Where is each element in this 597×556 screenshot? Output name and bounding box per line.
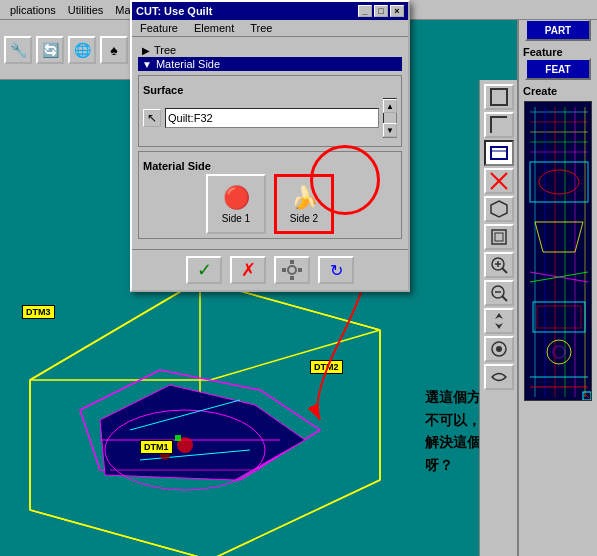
svg-rect-20 bbox=[175, 435, 181, 441]
dtm2-label: DTM2 bbox=[310, 360, 343, 374]
tree-arrow-expand: ▶ bbox=[142, 45, 150, 56]
view-icon bbox=[489, 339, 509, 359]
side2-button[interactable]: 🍌 Side 2 bbox=[274, 174, 334, 234]
layer-icon bbox=[489, 143, 509, 163]
ok-button[interactable]: ✓ bbox=[186, 256, 222, 284]
svg-rect-33 bbox=[492, 230, 506, 244]
dtm1-label: DTM1 bbox=[140, 440, 173, 454]
preview-button[interactable]: ↻ bbox=[318, 256, 354, 284]
svg-point-25 bbox=[288, 266, 296, 274]
cube-icon bbox=[489, 199, 509, 219]
toolbar-btn-1[interactable]: 🔧 bbox=[4, 36, 32, 64]
side2-label: Side 2 bbox=[290, 213, 318, 224]
material-side-label: Material Side bbox=[143, 160, 397, 172]
tree-arrow-collapse: ▼ bbox=[142, 59, 152, 70]
zoom-in-btn[interactable] bbox=[484, 252, 514, 278]
menu-element[interactable]: Element bbox=[190, 22, 238, 34]
extra-btn[interactable] bbox=[484, 364, 514, 390]
svg-point-44 bbox=[496, 346, 502, 352]
material-side-buttons: 🔴 Side 1 🍌 Side 2 bbox=[143, 174, 397, 234]
pan-btn[interactable] bbox=[484, 308, 514, 334]
svg-line-40 bbox=[502, 296, 507, 301]
svg-rect-27 bbox=[491, 89, 507, 105]
svg-marker-32 bbox=[491, 201, 507, 217]
svg-marker-42 bbox=[495, 313, 503, 329]
side2-icon: 🍌 bbox=[291, 185, 318, 211]
svg-rect-22 bbox=[290, 276, 294, 280]
surface-label: Surface bbox=[143, 84, 397, 96]
surface-section: Surface ↖ ▲ ▼ bbox=[138, 75, 402, 147]
box-icon bbox=[489, 227, 509, 247]
right-panel: Menu Ma PART Feature FEAT Create bbox=[517, 0, 597, 556]
icon-btn-5[interactable] bbox=[484, 196, 514, 222]
icon-btn-1[interactable] bbox=[484, 84, 514, 110]
create-label: Create bbox=[519, 85, 557, 97]
icon-btn-4[interactable] bbox=[484, 168, 514, 194]
x-icon bbox=[489, 171, 509, 191]
scroll-down-btn[interactable]: ▼ bbox=[383, 123, 397, 137]
icon-btn-3[interactable] bbox=[484, 140, 514, 166]
tree-row-material-side[interactable]: ▼ Material Side bbox=[138, 57, 402, 71]
pan-icon bbox=[489, 311, 509, 331]
right-icons-panel bbox=[479, 80, 517, 556]
dialog-menubar: Feature Element Tree bbox=[132, 20, 408, 37]
cancel-button[interactable]: ✗ bbox=[230, 256, 266, 284]
feature-label: Feature bbox=[519, 46, 563, 58]
material-side-section: Material Side 🔴 Side 1 🍌 Side 2 bbox=[138, 151, 402, 239]
svg-rect-24 bbox=[298, 268, 302, 272]
scrollbar-v[interactable]: ▲ ▼ bbox=[383, 98, 397, 138]
zoom-in-icon bbox=[489, 255, 509, 275]
close-button[interactable]: × bbox=[390, 5, 404, 17]
rect-icon bbox=[489, 87, 509, 107]
dialog-body: ▶ Tree ▼ Material Side Surface ↖ ▲ ▼ Mat bbox=[132, 37, 408, 249]
zoom-out-icon bbox=[489, 283, 509, 303]
feat-button[interactable]: FEAT bbox=[525, 58, 591, 80]
options-button[interactable] bbox=[274, 256, 310, 284]
corner-icon bbox=[489, 115, 509, 135]
side1-label: Side 1 bbox=[222, 213, 250, 224]
svg-rect-23 bbox=[282, 268, 286, 272]
scroll-up-btn[interactable]: ▲ bbox=[383, 99, 397, 113]
menu-item-applications[interactable]: plications bbox=[4, 4, 62, 16]
minimize-button[interactable]: _ bbox=[358, 5, 372, 17]
zoom-out-btn[interactable] bbox=[484, 280, 514, 306]
dialog-cut-use-quilt: CUT: Use Quilt _ □ × Feature Element Tre… bbox=[130, 0, 410, 292]
cad-view bbox=[524, 101, 592, 401]
toolbar-btn-2[interactable]: 🔄 bbox=[36, 36, 64, 64]
left-toolbar: 🔧 🔄 🌐 ♠ bbox=[0, 20, 140, 80]
dtm3-label: DTM3 bbox=[22, 305, 55, 319]
dialog-titlebar: CUT: Use Quilt _ □ × bbox=[132, 2, 408, 20]
icon-btn-6[interactable] bbox=[484, 224, 514, 250]
cad-svg bbox=[525, 102, 592, 401]
menu-feature[interactable]: Feature bbox=[136, 22, 182, 34]
gear-icon bbox=[282, 260, 302, 280]
cursor-icon[interactable]: ↖ bbox=[143, 109, 161, 127]
toolbar-btn-4[interactable]: ♠ bbox=[100, 36, 128, 64]
extra-icon bbox=[489, 367, 509, 387]
surface-row: ↖ ▲ ▼ bbox=[143, 98, 397, 138]
dialog-title: CUT: Use Quilt bbox=[136, 5, 212, 17]
side1-button[interactable]: 🔴 Side 1 bbox=[206, 174, 266, 234]
tree-row-tree[interactable]: ▶ Tree bbox=[138, 43, 402, 57]
view-btn[interactable] bbox=[484, 336, 514, 362]
maximize-button[interactable]: □ bbox=[374, 5, 388, 17]
menu-item-utilities[interactable]: Utilities bbox=[62, 4, 109, 16]
svg-rect-34 bbox=[495, 233, 503, 241]
svg-rect-28 bbox=[491, 147, 507, 159]
menu-tree[interactable]: Tree bbox=[246, 22, 276, 34]
toolbar-btn-3[interactable]: 🌐 bbox=[68, 36, 96, 64]
titlebar-buttons: _ □ × bbox=[358, 5, 404, 17]
tree-item-tree: Tree bbox=[154, 44, 176, 56]
svg-rect-21 bbox=[290, 260, 294, 264]
part-button[interactable]: PART bbox=[525, 19, 591, 41]
surface-input[interactable] bbox=[165, 108, 379, 128]
tree-item-material-side: Material Side bbox=[156, 58, 220, 70]
icon-btn-2[interactable] bbox=[484, 112, 514, 138]
dialog-footer: ✓ ✗ ↻ bbox=[132, 249, 408, 290]
side1-icon: 🔴 bbox=[223, 185, 250, 211]
svg-line-36 bbox=[502, 268, 507, 273]
